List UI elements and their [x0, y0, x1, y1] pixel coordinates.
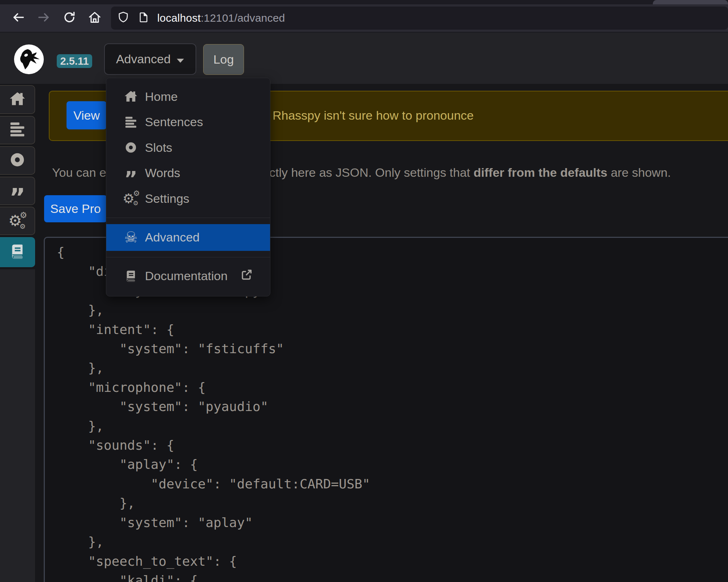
intro-right-bold: differ from the defaults: [474, 166, 607, 179]
intro-right-post: are shown.: [607, 166, 671, 179]
forward-arrow-icon: [37, 10, 51, 26]
back-button[interactable]: [10, 9, 27, 27]
sidebar-tab-documentation[interactable]: [0, 237, 35, 267]
menu-item-home[interactable]: Home: [106, 84, 270, 110]
menu-item-label: Slots: [145, 141, 172, 155]
sidebar-rail: [0, 269, 35, 582]
page-icon[interactable]: [138, 12, 149, 25]
reload-button[interactable]: [61, 9, 78, 27]
gears-icon: ⚙ ⚙ ⚙: [123, 191, 138, 206]
sidebar-tab-home[interactable]: [0, 85, 35, 114]
menu-item-label: Home: [145, 90, 178, 104]
menu-item-slots[interactable]: Slots: [106, 135, 270, 161]
menu-item-words[interactable]: ” Words: [106, 161, 270, 186]
menu-item-label: Advanced: [145, 230, 200, 244]
url-text[interactable]: localhost:12101/advanced: [157, 12, 285, 24]
reload-icon: [62, 10, 77, 26]
menu-item-sentences[interactable]: Sentences: [106, 110, 270, 135]
menu-item-label: Documentation: [145, 269, 228, 283]
view-button-label: View: [73, 108, 100, 123]
warning-text: Rhasspy isn't sure how to pronounce: [273, 107, 474, 124]
shield-icon[interactable]: [117, 11, 130, 25]
browser-home-button[interactable]: [86, 9, 103, 27]
menu-item-label: Settings: [145, 192, 189, 206]
align-left-icon: [9, 121, 26, 139]
view-button[interactable]: View: [67, 101, 107, 129]
advanced-dropdown-button[interactable]: Advanced: [104, 43, 196, 75]
log-button-label: Log: [213, 52, 234, 67]
log-button[interactable]: Log: [203, 44, 244, 75]
menu-item-label: Sentences: [145, 115, 203, 129]
browser-tab-fragment[interactable]: [653, 0, 728, 4]
intro-text-left-fragment: You can e: [52, 163, 106, 181]
align-left-icon: [123, 115, 138, 130]
sidebar-tab-sentences[interactable]: [0, 116, 35, 144]
rhasspy-logo: [14, 44, 44, 74]
browser-tab-strip: [0, 0, 728, 4]
app-header: 2.5.11 Advanced Log: [0, 33, 728, 84]
navigation-dropdown-menu: Home Sentences Slots ” Words ⚙ ⚙ ⚙ Setti…: [106, 78, 270, 296]
circle-dot-icon: [9, 151, 26, 170]
back-arrow-icon: [11, 10, 26, 26]
book-icon: [123, 269, 138, 284]
version-badge: 2.5.11: [57, 54, 92, 68]
advanced-dropdown-label: Advanced: [116, 52, 171, 66]
gears-icon: ⚙ ⚙ ⚙: [9, 213, 26, 229]
menu-divider: [106, 257, 270, 257]
intro-right-pre: ctly here as JSON. Only settings that: [269, 166, 474, 179]
external-link-icon: [240, 268, 253, 284]
skull-crossbones-icon: ☠: [123, 230, 138, 245]
home-icon: [9, 91, 26, 109]
menu-divider: [106, 218, 270, 218]
home-outline-icon: [87, 10, 102, 26]
quote-icon: ”: [9, 185, 26, 210]
book-icon: [9, 243, 26, 261]
menu-item-advanced[interactable]: ☠ Advanced: [106, 224, 270, 251]
circle-dot-icon: [123, 140, 138, 155]
forward-button[interactable]: [35, 9, 52, 27]
sidebar-tab-slots[interactable]: [0, 146, 35, 175]
menu-item-label: Words: [145, 166, 180, 180]
url-bar[interactable]: localhost:12101/advanced: [111, 7, 728, 30]
caret-down-icon: [176, 52, 184, 66]
version-text: 2.5.11: [60, 55, 89, 67]
browser-toolbar: localhost:12101/advanced: [0, 4, 728, 33]
intro-text-right-fragment: ctly here as JSON. Only settings that di…: [269, 163, 671, 181]
sidebar-tab-words[interactable]: ”: [0, 177, 35, 205]
menu-item-documentation[interactable]: Documentation: [106, 264, 270, 289]
save-profile-button[interactable]: Save Pro: [44, 195, 107, 222]
quote-icon: ”: [123, 166, 138, 181]
home-icon: [123, 89, 138, 104]
sidebar-tab-settings[interactable]: ⚙ ⚙ ⚙: [0, 207, 35, 235]
save-profile-label: Save Pro: [50, 202, 101, 216]
